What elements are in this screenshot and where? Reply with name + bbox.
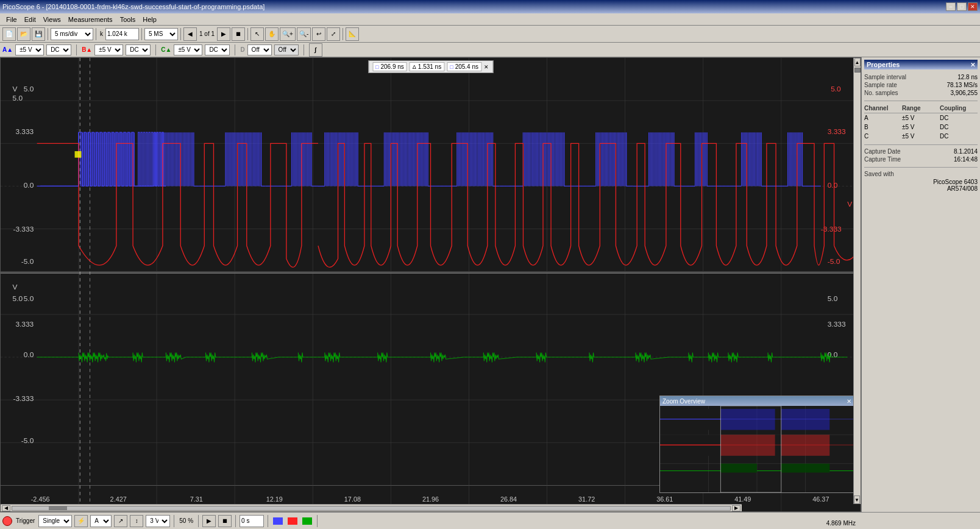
trigger-channel-select[interactable]: ABC: [90, 515, 112, 527]
trigger-mode-select[interactable]: SingleAutoNormal: [38, 515, 72, 527]
ch-c-range-val: ±5 V: [902, 133, 940, 140]
hscroll-thumb[interactable]: [49, 506, 67, 510]
timebase-select[interactable]: 5 ms/div: [51, 28, 93, 40]
menu-edit[interactable]: Edit: [21, 15, 40, 24]
statusbar: Trigger SingleAutoNormal ⚡ ABC ↗ ↕ 3 V2 …: [0, 512, 980, 529]
close-button[interactable]: ✕: [968, 2, 978, 11]
titlebar-buttons: – □ ✕: [946, 2, 978, 11]
ruler-box-3: □ 205.4 ns: [447, 62, 481, 71]
svg-rect-62: [75, 151, 82, 158]
measure-button[interactable]: 📐: [346, 27, 359, 41]
capture-time-value: 16:14:48: [954, 156, 978, 163]
status-sep4: [268, 515, 268, 527]
zoom-auto-button[interactable]: ⤢: [327, 27, 340, 41]
capture-time-label: Capture Time: [864, 156, 901, 163]
scope-display[interactable]: □ 206.9 ns Δ 1.531 ns □ 205.4 ns ✕: [0, 57, 861, 512]
vscrollbar[interactable]: ▲ ▼: [853, 58, 861, 504]
svg-text:0.0: 0.0: [828, 181, 838, 190]
svg-rect-80: [775, 435, 781, 456]
zoom-overview-panel[interactable]: Zoom Overview ✕: [659, 396, 854, 493]
ruler-val2: 1.531 ns: [418, 63, 441, 70]
channel-header: Channel Range Coupling: [864, 104, 978, 113]
menu-file[interactable]: File: [2, 15, 21, 24]
sample-rate-value: 78.13 MS/s: [946, 82, 978, 88]
ch-d-state[interactable]: OffOn: [247, 44, 272, 55]
ch-a-range-val: ±5 V: [902, 115, 940, 121]
svg-text:31.72: 31.72: [578, 495, 595, 503]
ch-b-coupling[interactable]: DCAC: [126, 44, 151, 55]
status-sep2: [198, 515, 199, 527]
samples-input[interactable]: [105, 28, 139, 40]
svg-text:5.0: 5.0: [13, 294, 23, 303]
svg-text:0.0: 0.0: [24, 181, 34, 190]
cursor-button[interactable]: ↖: [250, 27, 264, 41]
ch-b-voltage[interactable]: ±5 V±2 V: [94, 44, 123, 55]
ruler-close[interactable]: ✕: [484, 64, 489, 70]
col-range: Range: [902, 105, 940, 112]
ruler-display: □ 206.9 ns Δ 1.531 ns □ 205.4 ns ✕: [368, 60, 493, 73]
ch-sep3: [235, 44, 235, 55]
zoom-close-icon[interactable]: ✕: [847, 398, 851, 405]
samples-label: k: [99, 30, 104, 37]
svg-rect-74: [781, 409, 830, 430]
ch-d-coupling[interactable]: Off: [274, 44, 299, 55]
math-button[interactable]: ∫: [309, 43, 322, 57]
ch-b-row: B ±5 V DC: [864, 122, 978, 132]
no-samples-row: No. samples 3,906,255: [864, 89, 978, 97]
menu-tools[interactable]: Tools: [116, 15, 140, 24]
hscrollbar[interactable]: ◀ ▶: [1, 504, 742, 511]
run-button[interactable]: ▶: [202, 515, 216, 527]
ch-b-val: B: [864, 124, 902, 130]
menubar: File Edit Views Measurements Tools Help: [0, 13, 980, 26]
svg-rect-81: [781, 435, 830, 456]
capture-date-row: Capture Date 8.1.2014: [864, 147, 978, 155]
ch-a-indicator: [273, 517, 283, 525]
saved-with-section: Saved with PicoScope 6403 AR574/008: [864, 167, 978, 193]
toolbar: 📄 📂 💾 5 ms/div k 5 MS ◀ 1 of 1 ▶ ⏹ ↖ ✋ 🔍…: [0, 26, 980, 43]
vscroll-thumb[interactable]: [854, 68, 861, 73]
trigger-icon-button[interactable]: ⚡: [74, 515, 88, 527]
nav-prev-button[interactable]: ◀: [183, 27, 197, 41]
vscroll-down[interactable]: ▼: [854, 495, 860, 504]
svg-text:12.19: 12.19: [266, 495, 283, 503]
properties-close-icon[interactable]: ✕: [970, 62, 975, 68]
saved-with-label: Saved with: [864, 171, 894, 177]
trigger-level-select[interactable]: 3 V2 V1 V: [146, 515, 170, 527]
save-button[interactable]: 💾: [32, 27, 45, 41]
minimize-button[interactable]: –: [946, 2, 956, 11]
pan-button[interactable]: ✋: [265, 27, 279, 41]
delay-input[interactable]: [240, 515, 264, 527]
trigger-level-button[interactable]: ↕: [130, 515, 143, 527]
menu-views[interactable]: Views: [40, 15, 65, 24]
ch-c-voltage[interactable]: ±5 V±2 V: [174, 44, 202, 55]
nav-next-button[interactable]: ▶: [217, 27, 230, 41]
zoom-out-button[interactable]: 🔍-: [297, 27, 311, 41]
zoom-fit-button[interactable]: ↩: [312, 27, 325, 41]
open-button[interactable]: 📂: [17, 27, 30, 41]
menu-help[interactable]: Help: [139, 15, 160, 24]
saved-with-row: Saved with: [864, 170, 978, 178]
ch-b-label: B▲: [82, 46, 92, 53]
vscroll-up[interactable]: ▲: [854, 58, 861, 66]
ch-c-row: C ±5 V DC: [864, 132, 978, 141]
hscroll-track[interactable]: [12, 506, 731, 511]
hscroll-left[interactable]: ◀: [2, 505, 10, 511]
new-button[interactable]: 📄: [2, 27, 16, 41]
menu-measurements[interactable]: Measurements: [65, 15, 116, 24]
toolbar-sep5: [247, 28, 248, 40]
maximize-button[interactable]: □: [957, 2, 967, 11]
saved-with-value: PicoScope 6403: [864, 179, 978, 185]
svg-rect-73: [775, 409, 781, 430]
trigger-edge-button[interactable]: ↗: [114, 515, 127, 527]
svg-text:36.61: 36.61: [656, 495, 673, 503]
hscroll-right[interactable]: ▶: [732, 505, 740, 511]
zoom-in-button[interactable]: 🔍+: [280, 27, 296, 41]
nav-stop-button[interactable]: ⏹: [232, 27, 245, 41]
ch-a-coupling[interactable]: DCAC: [46, 44, 71, 55]
ch-c-coupling[interactable]: DCAC: [205, 44, 230, 55]
memory-select[interactable]: 5 MS: [144, 28, 178, 40]
stop-button[interactable]: ⏹: [218, 515, 232, 527]
ch-c-label: C▲: [161, 46, 171, 53]
ch-a-voltage[interactable]: ±5 V±2 V±1 V: [15, 44, 44, 55]
svg-text:0.0: 0.0: [24, 350, 34, 359]
